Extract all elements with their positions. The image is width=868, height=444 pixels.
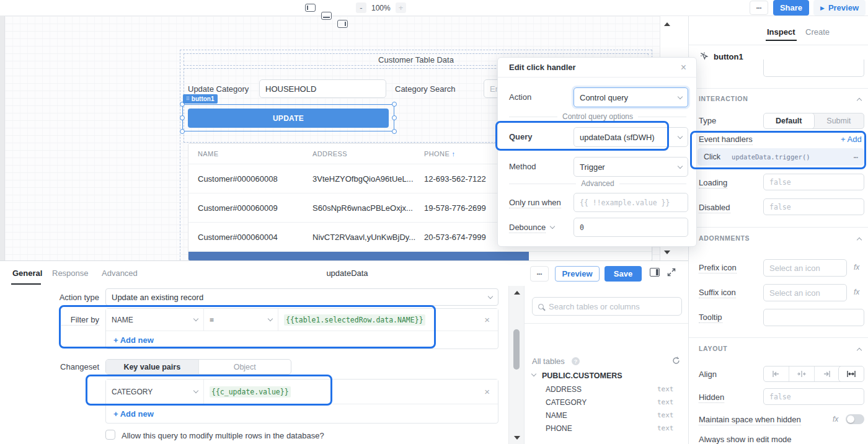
hidden-input[interactable]: false	[763, 388, 864, 405]
align-segmented[interactable]	[763, 366, 864, 382]
align-center-icon[interactable]	[789, 366, 814, 381]
align-left-icon[interactable]	[764, 366, 789, 381]
changeset-option-object[interactable]: Object	[198, 360, 291, 374]
multiple-rows-label: Allow this query to modify multiple rows…	[122, 431, 324, 440]
query-save-button[interactable]: Save	[604, 266, 642, 282]
close-icon[interactable]: ×	[681, 63, 686, 73]
add-filter-button[interactable]: + Add new	[113, 335, 154, 345]
dock-panel-icon[interactable]	[650, 268, 660, 277]
schema-search-placeholder: Search tables or columns	[549, 302, 640, 311]
type-segmented[interactable]: Default Submit	[763, 113, 864, 129]
align-stretch-icon[interactable]	[838, 366, 864, 382]
fx-icon[interactable]: fx	[833, 415, 838, 424]
remove-changeset-icon[interactable]: ×	[484, 387, 490, 396]
collapse-icon[interactable]	[857, 238, 862, 242]
maintain-space-label: Maintain space when hidden	[699, 415, 801, 425]
expand-icon[interactable]	[667, 268, 676, 277]
add-event-handler-button[interactable]: + Add	[841, 135, 862, 144]
refresh-icon[interactable]	[672, 357, 680, 365]
column-header-address[interactable]: ADDRESS	[312, 150, 347, 158]
changeset-option-kv[interactable]: Key value pairs	[106, 360, 198, 374]
remove-filter-icon[interactable]: ×	[484, 315, 490, 324]
hidden-label: Hidden	[699, 393, 724, 403]
scroll-down-icon[interactable]	[664, 251, 670, 254]
interaction-header[interactable]: INTERACTION	[699, 95, 748, 102]
maintain-space-toggle[interactable]	[846, 414, 864, 424]
tab-response[interactable]: Response	[52, 269, 89, 278]
toggle-left-panel-icon[interactable]	[305, 4, 316, 12]
schema-column-name[interactable]: NAME	[546, 411, 567, 420]
type-option-default[interactable]: Default	[763, 113, 815, 129]
event-handler-row[interactable]: Click updateData.trigger() •••	[698, 148, 864, 166]
update-category-input[interactable]: HOUSEHOLD	[259, 79, 386, 98]
component-badge[interactable]: ⠿ button1	[183, 94, 218, 104]
suffix-icon-input[interactable]: Select an icon	[763, 284, 847, 301]
cursor-click-icon	[699, 51, 709, 61]
multiple-rows-checkbox[interactable]	[105, 430, 115, 440]
more-menu-button[interactable]: •••	[750, 1, 768, 15]
column-header-phone[interactable]: PHONE ↑	[424, 150, 456, 158]
filter-field-select[interactable]: NAME	[106, 309, 204, 331]
schema-table-name[interactable]: PUBLIC.CUSTOMERS	[542, 371, 622, 380]
query-preview-button[interactable]: Preview	[555, 266, 600, 282]
table-expand-icon[interactable]	[531, 371, 536, 376]
collapse-icon[interactable]	[857, 98, 862, 103]
cell-phone: 12-693-562-7122	[424, 174, 486, 184]
changeset-expression-input[interactable]: {{c_update.value}} ×	[204, 380, 498, 404]
editor-scrollbar[interactable]	[508, 286, 525, 444]
filter-operator-select[interactable]: =	[204, 309, 278, 331]
add-changeset-button[interactable]: + Add new	[113, 409, 154, 419]
event-row-more-icon[interactable]: •••	[854, 155, 858, 159]
schema-column-type: text	[657, 385, 674, 393]
scrollbar-thumb[interactable]	[513, 329, 520, 370]
schema-column-name[interactable]: ADDRESS	[546, 385, 582, 394]
scroll-down-icon[interactable]	[514, 436, 520, 440]
type-option-submit[interactable]: Submit	[814, 113, 864, 128]
query-more-button[interactable]: •••	[530, 266, 549, 282]
disabled-input[interactable]: false	[763, 198, 864, 215]
query-title: updateData	[285, 269, 409, 278]
scroll-up-icon[interactable]	[664, 22, 670, 26]
debounce-label[interactable]: Debounce	[509, 223, 546, 233]
fx-icon[interactable]: fx	[854, 288, 859, 296]
table-row-selected-partial[interactable]	[188, 252, 529, 260]
action-select[interactable]: Control query	[574, 87, 688, 107]
drag-handle-icon[interactable]: ⠿	[186, 96, 190, 102]
changeset-segmented[interactable]: Key value pairs Object	[105, 359, 291, 375]
schema-search-input[interactable]: Search tables or columns	[532, 297, 682, 316]
share-button[interactable]: Share	[773, 0, 809, 16]
query-select[interactable]: updateData (sfDWH)	[574, 127, 688, 147]
schema-column-name[interactable]: CATEGORY	[546, 398, 587, 407]
method-select[interactable]: Trigger	[574, 157, 688, 177]
fx-icon[interactable]: fx	[854, 263, 859, 272]
zoom-out-button[interactable]: -	[356, 2, 366, 13]
tab-inspect[interactable]: Inspect	[767, 27, 795, 37]
collapse-icon[interactable]	[857, 348, 862, 353]
tab-advanced[interactable]: Advanced	[102, 269, 138, 278]
tab-create[interactable]: Create	[805, 27, 830, 37]
tooltip-input[interactable]	[763, 309, 864, 326]
advanced-divider: Advanced	[509, 179, 686, 188]
column-header-name[interactable]: NAME	[198, 150, 218, 158]
hidden-placeholder: false	[769, 393, 791, 401]
changeset-field-select[interactable]: CATEGORY	[106, 380, 204, 404]
disabled-label: Disabled	[699, 203, 730, 213]
adornments-header[interactable]: ADORNMENTS	[699, 234, 750, 242]
align-right-icon[interactable]	[814, 366, 839, 381]
schema-column-name[interactable]: PHONE	[546, 424, 572, 433]
help-icon[interactable]: ?	[572, 357, 580, 365]
layout-header[interactable]: LAYOUT	[699, 345, 727, 352]
clipped-text-input[interactable]	[763, 60, 864, 77]
prefix-icon-input[interactable]: Select an icon	[763, 259, 847, 277]
loading-input[interactable]: false	[763, 174, 864, 190]
toggle-bottom-panel-icon[interactable]	[321, 12, 332, 20]
toggle-right-panel-icon[interactable]	[337, 20, 348, 28]
debounce-input[interactable]: 0	[574, 218, 688, 237]
preview-button[interactable]: ▶ Preview	[813, 0, 866, 16]
only-run-when-input[interactable]: {{ !!example.value }}	[574, 193, 688, 212]
filter-expression-input[interactable]: {{table1.selectedRow.data.NAME}} ×	[278, 309, 498, 331]
action-type-select[interactable]: Update an existing record	[105, 288, 498, 306]
zoom-in-button[interactable]: +	[396, 2, 406, 13]
scroll-up-icon[interactable]	[514, 291, 520, 295]
tab-general[interactable]: General	[12, 269, 42, 278]
